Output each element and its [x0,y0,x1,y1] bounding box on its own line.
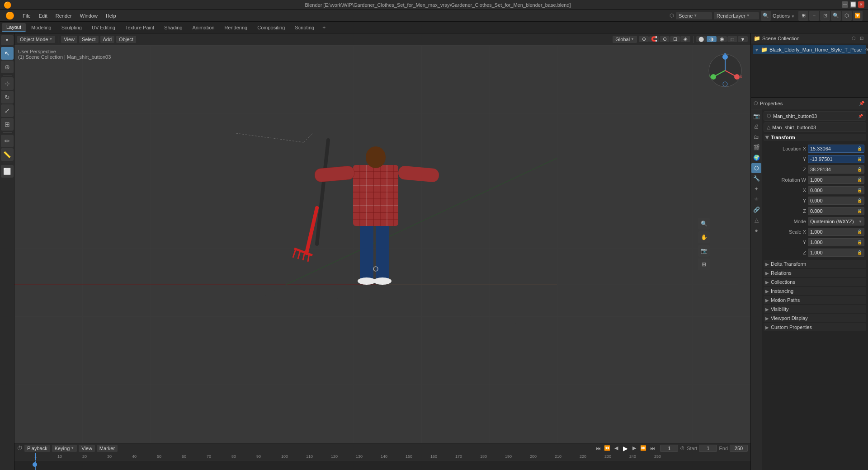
next-keyframe-button[interactable]: ▶ [630,444,638,452]
collections-header[interactable]: ▶ Collections [764,278,866,286]
options-button[interactable]: Options ▼ [773,13,795,19]
location-x-lock-icon[interactable]: 🔓 [857,146,862,151]
rotation-x-lock-icon[interactable]: 🔓 [857,188,862,193]
playback-menu[interactable]: Playback [24,445,50,452]
scene-selector[interactable]: Scene ▼ [676,12,712,19]
scene-props-tab[interactable]: 🎬 [751,142,761,152]
outliner-row-scene-collection[interactable]: ▼ 📁 Black_Elderly_Man_Home_Style_T_Pose … [753,45,866,54]
rotation-w-lock-icon[interactable]: 🔓 [857,178,862,182]
next-frame-button[interactable]: ⏩ [639,444,647,452]
topbar-icon-6[interactable]: 🔽 [853,11,863,21]
location-z-field[interactable]: 38.28134 🔓 [808,165,864,174]
timeline-view-menu[interactable]: View [79,445,95,452]
jump-start-button[interactable]: ⏮ [594,444,602,452]
tab-texture-paint[interactable]: Texture Paint [121,23,159,32]
tab-rendering[interactable]: Rendering [220,23,252,32]
constraints-props-tab[interactable]: 🔗 [751,205,761,215]
scale-y-lock-icon[interactable]: 🔓 [857,240,862,244]
modifier-props-tab[interactable]: 🔧 [751,174,761,183]
play-button[interactable]: ▶ [621,444,629,452]
topbar-icon-3[interactable]: ⊡ [820,11,830,21]
zoom-view-button[interactable]: 🔍 [698,218,710,230]
wireframe-shading[interactable]: □ [727,36,737,42]
tab-uv-editing[interactable]: UV Editing [87,23,120,32]
scale-z-field[interactable]: 1.000 🔓 [808,249,864,257]
location-y-lock-icon[interactable]: 🔓 [857,157,862,161]
tab-animation[interactable]: Animation [188,23,219,32]
scale-x-field[interactable]: 1.000 🔓 [808,228,864,236]
rotation-y-field[interactable]: 0.000 🔓 [808,197,864,205]
annotate-tool[interactable]: ✏ [1,135,14,147]
shading-options[interactable]: ▼ [738,36,748,42]
select-tool[interactable]: ↖ [1,47,14,60]
material-shading[interactable]: ◑ [707,36,717,42]
window-controls[interactable]: — ⬜ ✕ [842,1,864,8]
add-workspace-button[interactable]: + [320,24,328,32]
transform-section-header[interactable]: ▶ Transform [764,134,866,141]
renderlayer-selector[interactable]: RenderLayer ▼ [714,12,759,19]
rotation-z-lock-icon[interactable]: 🔓 [857,209,862,213]
add-menu[interactable]: Add [100,36,115,43]
xray-toggle[interactable]: ◈ [680,36,690,42]
quad-view-button[interactable]: ⊞ [698,258,710,270]
timeline-ruler-area[interactable]: 1 10 20 30 40 50 60 70 80 90 100 110 120… [14,453,750,470]
relations-header[interactable]: ▶ Relations [764,269,866,277]
rotation-mode-selector[interactable]: Quaternion (WXYZ) ▼ [808,217,864,226]
close-button[interactable]: ✕ [858,1,864,8]
blender-menu[interactable]: 🟠 [2,10,18,21]
world-props-tab[interactable]: 🌍 [751,153,761,163]
file-menu[interactable]: File [19,12,34,19]
tab-shading[interactable]: Shading [160,23,187,32]
frame-start-input[interactable]: 1 [699,445,717,452]
tab-layout[interactable]: Layout [2,23,26,32]
visibility-header[interactable]: ▶ Visibility [764,305,866,313]
global-orientation-selector[interactable]: Global ▼ [613,36,637,43]
search-button[interactable]: 🔍 [761,11,771,21]
scale-x-lock-icon[interactable]: 🔓 [857,230,862,234]
camera-view-button[interactable]: 📷 [698,245,710,257]
rotation-y-lock-icon[interactable]: 🔓 [857,198,862,203]
rotation-x-field[interactable]: 0.000 🔓 [808,186,864,194]
transform-tool[interactable]: ⊞ [1,118,14,131]
instancing-header[interactable]: ▶ Instancing [764,287,866,295]
topbar-icon-2[interactable]: ≡ [809,11,819,21]
custom-properties-header[interactable]: ▶ Custom Properties [764,323,866,331]
help-menu[interactable]: Help [102,12,120,19]
location-y-field[interactable]: -13.97501 🔓 [808,155,864,163]
tab-scripting[interactable]: Scripting [290,23,319,32]
rotate-tool[interactable]: ↻ [1,91,14,103]
particles-props-tab[interactable]: ✦ [751,184,761,194]
tab-sculpting[interactable]: Sculpting [57,23,86,32]
rotation-w-field[interactable]: 1.000 🔓 [808,176,864,184]
cursor-tool[interactable]: ⊕ [1,61,14,73]
delta-transform-header[interactable]: ▶ Delta Transform [764,260,866,268]
maximize-button[interactable]: ⬜ [850,1,856,8]
prev-keyframe-button[interactable]: ◀ [612,444,620,452]
snap-toggle[interactable]: 🧲 [649,36,659,42]
gizmo-overlay[interactable]: Z X Y [707,52,743,89]
object-menu[interactable]: Object [116,36,136,43]
timeline-tracks[interactable] [14,461,750,470]
pivot-point-selector[interactable]: ⊕ [639,36,649,42]
select-menu[interactable]: Select [79,36,99,43]
topbar-icon-1[interactable]: ⊞ [798,11,808,21]
viewlayer-props-tab[interactable]: 🗂 [751,132,761,142]
object-props-tab[interactable]: ⬡ [751,163,761,173]
mode-selector[interactable]: ▼ [1,35,14,45]
pan-view-button[interactable]: ✋ [698,231,710,243]
physics-props-tab[interactable]: ⚛ [751,194,761,204]
rotation-z-field[interactable]: 0.000 🔓 [808,207,864,215]
proportional-edit[interactable]: ⊙ [660,36,670,42]
view-menu[interactable]: View [61,36,77,43]
outliner-restrict-column-button[interactable]: ⊡ [858,35,865,42]
collection-visibility-icon[interactable]: 👁 [865,47,868,52]
overlay-toggle[interactable]: ⊡ [670,36,680,42]
motion-paths-header[interactable]: ▶ Motion Paths [764,296,866,304]
viewport-display-header[interactable]: ▶ Viewport Display [764,314,866,322]
data-props-tab[interactable]: △ [751,215,761,225]
viewport-canvas[interactable]: User Perspective (1) Scene Collection | … [14,45,750,443]
outliner-filter-button[interactable]: ⬡ [850,35,857,42]
edit-menu[interactable]: Edit [35,12,51,19]
move-tool[interactable]: ⊹ [1,77,14,90]
scale-z-lock-icon[interactable]: 🔓 [857,250,862,255]
